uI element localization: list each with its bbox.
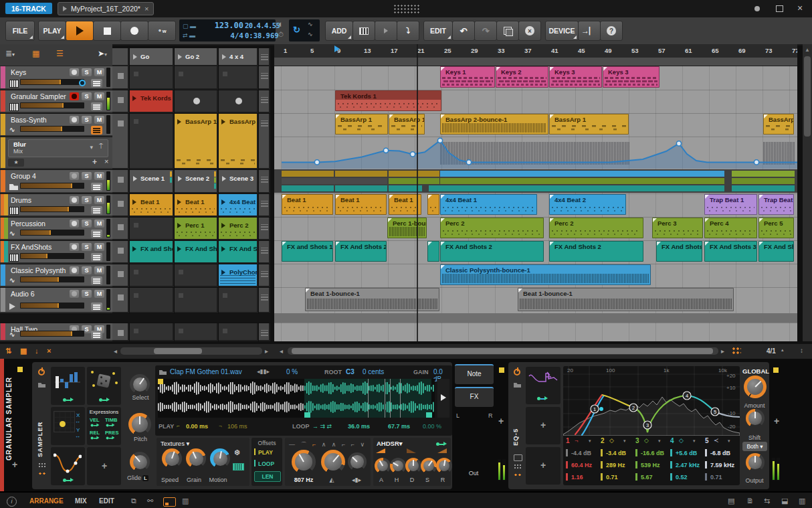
metronome-icon[interactable]: ⏱ xyxy=(278,31,284,39)
track-row-keys[interactable]: KeysSM xyxy=(0,66,112,90)
track-menu-button[interactable] xyxy=(91,183,102,191)
clip-stop-icon[interactable] xyxy=(118,201,124,207)
clip-queue-icon[interactable] xyxy=(261,330,268,336)
device-menu-button[interactable]: DEVICE xyxy=(545,21,579,41)
mod-slot-expressions[interactable]: Expressions VEL TIMB REL PRES xyxy=(87,407,121,445)
scene-header-1[interactable]: Go xyxy=(130,48,174,66)
track-row-classic-polysynth[interactable]: Classic PolysynthSM∿ xyxy=(0,264,112,287)
clip-play-icon[interactable] xyxy=(177,119,181,124)
crossfade-icon[interactable]: ∿ xyxy=(308,31,313,37)
undo-button[interactable]: ↶ xyxy=(452,21,475,41)
clip-slot-fx-and-sho-[interactable]: FX and Sho... xyxy=(130,241,174,264)
scene-play-icon[interactable] xyxy=(178,54,182,60)
file-menu-button[interactable]: FILE xyxy=(5,21,35,41)
cursor-tool-icon[interactable]: ➤▾ xyxy=(98,49,107,58)
clip-stop-icon[interactable] xyxy=(118,294,124,301)
add-device-mid-button[interactable]: + xyxy=(498,416,504,426)
note-chain-button[interactable]: Note xyxy=(455,364,494,384)
preview-play-icon[interactable] xyxy=(441,394,446,401)
mute-button[interactable]: M xyxy=(94,172,104,180)
pin-icon[interactable]: ⍑ xyxy=(99,143,103,151)
clip-stop-icon[interactable] xyxy=(118,73,124,79)
scene-play-icon[interactable] xyxy=(133,176,137,181)
sustain-knob[interactable] xyxy=(421,458,437,474)
scene-play-icon[interactable] xyxy=(222,176,226,181)
clip-slot-beat-1[interactable]: Beat 1 xyxy=(175,194,218,217)
arranger-clip-keys-3[interactable]: Keys 3 xyxy=(549,66,602,88)
display-profile-icon[interactable] xyxy=(163,497,176,507)
pitch-knob[interactable] xyxy=(128,413,151,436)
empty-clip-slot[interactable] xyxy=(130,66,174,90)
dual-display-icon[interactable]: ⧉ xyxy=(131,497,136,505)
empty-clip-slot[interactable] xyxy=(219,288,258,313)
motion-knob[interactable] xyxy=(210,448,230,469)
delete-button[interactable]: × xyxy=(518,21,541,41)
add-menu-button[interactable]: ADD xyxy=(325,21,353,41)
app-logo[interactable]: 16-TRACK xyxy=(5,3,52,14)
release-shape-icon[interactable] xyxy=(437,448,447,453)
volume-fader[interactable] xyxy=(20,79,84,85)
eq-band-handle-4[interactable]: 4 xyxy=(683,392,691,400)
device-modulators-icon[interactable] xyxy=(514,473,522,477)
mute-button[interactable]: M xyxy=(94,196,104,204)
lane-height-icon[interactable]: ↕ xyxy=(800,347,803,354)
device-modulators-icon[interactable] xyxy=(38,472,46,475)
clip-queue-cell[interactable] xyxy=(259,288,270,313)
playhead[interactable] xyxy=(417,44,418,341)
eq-band-handle-2[interactable]: 2 xyxy=(629,404,637,412)
filter-freq-value[interactable]: 807 Hz xyxy=(289,477,318,483)
freeze-icon[interactable]: ❆ xyxy=(234,448,240,457)
release-knob[interactable] xyxy=(436,458,452,474)
clip-queue-icon[interactable] xyxy=(261,224,268,230)
arranger-clip-bassarp-1[interactable]: BassArp 1 xyxy=(549,114,629,135)
clip-queue-icon[interactable] xyxy=(261,73,268,79)
project-tab-close-icon[interactable]: × xyxy=(144,5,148,13)
empty-clip-slot[interactable] xyxy=(130,264,174,287)
project-tab[interactable]: MyProject_16T_2020* × xyxy=(58,2,154,15)
loop-end-handle[interactable] xyxy=(426,412,432,418)
punch-in-icon[interactable]: ⏴⃓ xyxy=(278,21,282,29)
record-arm-button[interactable] xyxy=(70,220,79,228)
add-modulator-button[interactable]: + xyxy=(540,420,546,430)
empty-clip-slot[interactable] xyxy=(130,323,174,341)
band-freq-value[interactable]: 2.47 kHz xyxy=(676,462,700,469)
browser-panel-icon[interactable]: ▤ xyxy=(728,497,734,505)
eq-mod-slot-envelope[interactable] xyxy=(526,367,561,404)
clip-slot-bassarp-1[interactable]: BassArp 1 xyxy=(175,114,218,169)
arranger-clip-4x4-beat-2[interactable]: 4x4 Beat 2 xyxy=(549,194,626,215)
device-preset-icon[interactable] xyxy=(514,382,521,388)
automation-node[interactable] xyxy=(466,160,471,165)
volume-fader[interactable] xyxy=(20,183,84,189)
clip-play-icon[interactable] xyxy=(132,246,136,252)
arranger-scroll-left-icon[interactable]: ◂ xyxy=(280,347,283,355)
fade-in-icon[interactable]: ∿ xyxy=(308,21,313,27)
arranger-clip-perc-5[interactable]: Perc 5 xyxy=(758,218,794,238)
snap-settings-icon[interactable] xyxy=(732,347,741,355)
arranger-clip-beat-1-bounce-1[interactable]: Beat 1-bounce-1 xyxy=(305,288,439,311)
eq-mod-slot-empty-2[interactable]: + xyxy=(526,447,561,485)
mute-button[interactable]: M xyxy=(94,116,104,124)
grid-resolution-display[interactable]: 4/1 xyxy=(767,347,776,355)
empty-clip-slot[interactable] xyxy=(130,288,174,313)
track-rows-icon[interactable]: ☰ xyxy=(56,49,64,58)
time-signature-display[interactable]: 4/4 xyxy=(206,31,243,41)
swing-meter-icon[interactable]: ⇄ ▬ xyxy=(183,31,195,41)
solo-button[interactable]: S xyxy=(82,243,92,251)
timeline-ruler[interactable]: 1591317212529333741454953576165697377 xyxy=(274,44,797,58)
loop-length-value[interactable]: 67.7 ms xyxy=(388,423,410,430)
filter-res-knob[interactable] xyxy=(321,450,345,474)
mute-button[interactable]: M xyxy=(94,92,104,100)
automation-node[interactable] xyxy=(754,160,758,165)
keytrack-amount[interactable]: 0 % xyxy=(286,368,298,375)
expr-rel-label[interactable]: REL xyxy=(90,430,100,436)
clip-slot-beat-1[interactable]: Beat 1 xyxy=(130,194,174,217)
band-freq-value[interactable]: 7.59 kHz xyxy=(710,462,734,469)
record-arm-button[interactable] xyxy=(70,172,79,180)
loop-toggle-icon[interactable]: ↻ xyxy=(293,25,300,35)
arranger-clip-perc-4[interactable]: Perc 4 xyxy=(704,218,757,238)
track-menu-button[interactable] xyxy=(91,303,102,311)
clip-queue-icon[interactable] xyxy=(261,201,268,207)
arranger-clip-fx-and-shots-2[interactable]: FX And Shots 2 xyxy=(335,241,387,262)
keytrack-icon[interactable]: ◂▮▮▸ xyxy=(257,368,270,375)
arranger-clip-beat-1-bounce-1[interactable]: Beat 1-bounce-1 xyxy=(518,288,734,311)
